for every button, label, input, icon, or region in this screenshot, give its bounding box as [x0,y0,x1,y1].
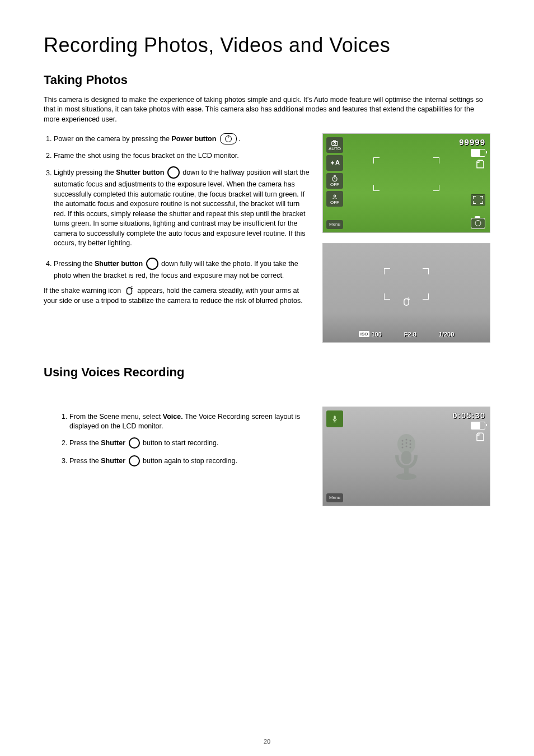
shutter-icon [167,166,180,179]
face-detect-off-icon: OFF [326,191,343,207]
shake-warning-icon [400,297,413,311]
step-3: Lightly pressing the Shutter button down… [54,166,312,249]
camera-icon [471,218,485,229]
iso-reading: ISO100 [359,331,382,338]
voice-step-2: Press the Shutter button to start record… [69,437,312,450]
battery-icon [471,422,485,430]
battery-icon [471,149,485,157]
svg-point-27 [410,446,411,448]
page-number: 20 [0,738,534,745]
svg-marker-5 [331,161,335,165]
shake-warning-paragraph: If the shake warning icon appears, hold … [44,286,312,306]
af-frame-icon [471,194,485,206]
lcd-exposure-preview: ISO100 F2.8 1/200 [322,243,490,343]
menu-label: Menu [326,220,343,229]
camera-auto-icon: AUTO [326,137,343,153]
voice-steps-list: From the Scene menu, select Voice. The V… [59,412,312,468]
step-4: Pressing the Shutter button down fully w… [54,258,312,281]
svg-line-10 [408,298,410,298]
svg-rect-16 [401,451,411,464]
section-heading-voice: Using Voices Recording [44,365,490,380]
microphone-icon [326,410,343,427]
svg-line-1 [131,288,133,289]
fstop-reading: F2.8 [404,331,416,338]
remaining-shots: 99999 [459,137,485,147]
svg-point-20 [406,438,407,440]
intro-paragraph: This camera is designed to make the expe… [44,95,490,124]
steps-list: Power on the camera by pressing the Powe… [44,133,312,281]
step-1: Power on the camera by pressing the Powe… [54,133,312,146]
shutter-icon [146,258,158,270]
svg-rect-12 [334,416,336,419]
svg-point-9 [334,195,336,197]
svg-rect-4 [334,140,336,141]
step-2: Frame the shot using the focus bracket o… [54,151,312,161]
svg-point-3 [334,142,336,144]
svg-line-11 [408,299,410,300]
svg-point-25 [402,446,404,448]
shake-warning-icon [124,287,134,296]
svg-point-21 [410,440,411,441]
sd-card-icon [475,432,485,442]
menu-label: Menu [326,493,343,502]
section-heading-photos: Taking Photos [44,73,490,87]
svg-rect-2 [332,141,338,145]
flash-auto-icon: A [326,155,343,171]
svg-point-23 [406,442,407,444]
power-icon [220,133,237,144]
lcd-voice-record: 0:05:30 [322,407,490,506]
svg-rect-14 [334,422,336,422]
focus-bracket [384,268,429,300]
svg-point-24 [410,443,411,445]
microphone-big-icon [387,433,426,486]
shutter-icon [129,437,140,449]
self-timer-off-icon: OFF [326,173,343,189]
svg-point-19 [402,440,404,441]
page-title: Recording Photos, Videos and Voices [44,34,490,57]
record-timer: 0:05:30 [452,410,485,420]
voice-step-1: From the Scene menu, select Voice. The V… [69,412,312,432]
svg-line-0 [130,287,132,287]
svg-rect-13 [334,421,335,422]
lcd-auto-preview: AUTO A OFF [322,133,490,233]
shutter-icon [129,455,140,466]
svg-point-22 [402,443,404,445]
svg-point-18 [396,473,416,480]
shutter-speed-reading: 1/200 [439,331,455,338]
voice-step-3: Press the Shutter button again to stop r… [69,455,312,468]
focus-bracket [373,157,439,191]
svg-point-26 [406,445,407,447]
sd-card-icon [475,159,485,169]
